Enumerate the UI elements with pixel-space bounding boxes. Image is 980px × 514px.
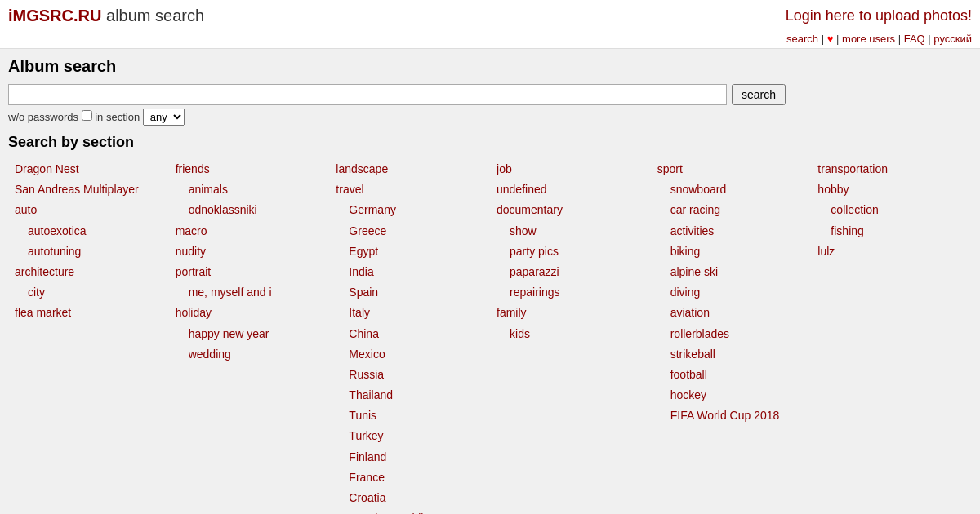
section-link-2-17[interactable]: Czech Republic — [336, 508, 483, 514]
section-link-2-1[interactable]: travel — [336, 179, 483, 200]
nav-russian[interactable]: русский — [933, 33, 972, 45]
section-link-3-3[interactable]: show — [497, 221, 644, 241]
section-link-5-0[interactable]: transportation — [817, 159, 965, 179]
section-link-4-3[interactable]: activities — [657, 221, 805, 241]
section-link-5-4[interactable]: lulz — [817, 241, 965, 262]
in-section-text: in section — [95, 111, 140, 123]
search-options: w/o passwords in section any — [8, 109, 972, 126]
section-link-3-5[interactable]: paparazzi — [497, 262, 644, 282]
nav-faq[interactable]: FAQ — [904, 33, 925, 45]
top-nav: search | ♥ | more users | FAQ | русский — [0, 29, 980, 49]
section-link-0-4[interactable]: autotuning — [15, 241, 163, 262]
section-link-4-4[interactable]: biking — [657, 241, 805, 262]
section-link-0-6[interactable]: city — [15, 282, 163, 303]
section-link-4-9[interactable]: strikeball — [657, 344, 805, 365]
nav-more-users[interactable]: more users — [842, 33, 895, 45]
section-link-3-8[interactable]: kids — [497, 324, 644, 344]
section-col-3: jobundefineddocumentaryshowparty picspap… — [490, 159, 651, 514]
section-link-1-2[interactable]: odnoklassniki — [176, 200, 323, 220]
login-anchor[interactable]: Login here to upload photos! — [786, 7, 972, 24]
section-link-4-10[interactable]: football — [657, 365, 805, 385]
section-link-2-5[interactable]: India — [336, 262, 483, 282]
section-link-4-11[interactable]: hockey — [657, 385, 805, 405]
section-col-2: landscapetravelGermanyGreeceEgyptIndiaSp… — [329, 159, 490, 514]
section-link-2-7[interactable]: Italy — [336, 303, 483, 323]
section-link-2-14[interactable]: Finland — [336, 447, 483, 467]
page-title: Album search — [8, 57, 972, 76]
section-link-1-8[interactable]: happy new year — [176, 324, 323, 344]
section-link-2-16[interactable]: Croatia — [336, 488, 483, 508]
nav-divider2: | — [836, 33, 842, 45]
section-link-4-2[interactable]: car racing — [657, 200, 805, 220]
section-link-4-7[interactable]: aviation — [657, 303, 805, 323]
section-link-2-2[interactable]: Germany — [336, 200, 483, 220]
section-link-1-0[interactable]: friends — [176, 159, 323, 179]
search-input[interactable] — [8, 84, 727, 105]
brand-name: iMGSRC.RU — [8, 7, 101, 24]
section-link-1-3[interactable]: macro — [176, 221, 323, 241]
section-link-0-1[interactable]: San Andreas Multiplayer — [15, 179, 163, 200]
nav-search[interactable]: search — [786, 33, 818, 45]
section-link-0-7[interactable]: flea market — [15, 303, 163, 323]
section-link-2-13[interactable]: Turkey — [336, 426, 483, 446]
section-link-2-11[interactable]: Thailand — [336, 385, 483, 405]
section-col-1: friendsanimalsodnoklassnikimacronuditypo… — [169, 159, 330, 514]
section-col-4: sportsnowboardcar racingactivitiesbiking… — [651, 159, 812, 514]
section-link-3-7[interactable]: family — [497, 303, 644, 323]
section-link-3-2[interactable]: documentary — [497, 200, 644, 220]
section-link-2-12[interactable]: Tunis — [336, 405, 483, 426]
section-link-1-1[interactable]: animals — [176, 179, 323, 200]
section-link-2-10[interactable]: Russia — [336, 365, 483, 385]
section-link-0-5[interactable]: architecture — [15, 262, 163, 282]
title-suffix: album search — [101, 7, 204, 24]
section-col-5: transportationhobbycollectionfishinglulz — [811, 159, 972, 514]
section-col-0: Dragon NestSan Andreas Multiplayerautoau… — [8, 159, 169, 514]
sections-grid: Dragon NestSan Andreas Multiplayerautoau… — [8, 159, 972, 514]
section-link-2-6[interactable]: Spain — [336, 282, 483, 303]
section-link-5-3[interactable]: fishing — [817, 221, 965, 241]
section-link-0-2[interactable]: auto — [15, 200, 163, 220]
section-link-2-4[interactable]: Egypt — [336, 241, 483, 262]
section-link-3-0[interactable]: job — [497, 159, 644, 179]
section-link-5-2[interactable]: collection — [817, 200, 965, 220]
wo-passwords-label: w/o passwords — [8, 111, 78, 123]
section-link-1-4[interactable]: nudity — [176, 241, 323, 262]
section-title: Search by section — [8, 134, 972, 151]
nav-divider3: | — [898, 33, 904, 45]
section-link-2-8[interactable]: China — [336, 324, 483, 344]
section-link-4-6[interactable]: diving — [657, 282, 805, 303]
section-link-2-9[interactable]: Mexico — [336, 344, 483, 365]
section-link-3-6[interactable]: repairings — [497, 282, 644, 303]
heart-icon: ♥ — [827, 33, 834, 45]
wo-passwords-checkbox[interactable] — [82, 110, 92, 121]
section-link-2-0[interactable]: landscape — [336, 159, 483, 179]
search-form: search w/o passwords in section any — [8, 84, 972, 126]
section-link-3-4[interactable]: party pics — [497, 241, 644, 262]
section-link-4-0[interactable]: sport — [657, 159, 805, 179]
section-link-2-15[interactable]: France — [336, 467, 483, 488]
main-content: Album search search w/o passwords in sec… — [0, 49, 980, 514]
section-link-4-5[interactable]: alpine ski — [657, 262, 805, 282]
section-link-5-1[interactable]: hobby — [817, 179, 965, 200]
nav-divider1: | — [822, 33, 827, 45]
section-link-1-7[interactable]: holiday — [176, 303, 323, 323]
section-link-1-5[interactable]: portrait — [176, 262, 323, 282]
section-link-1-6[interactable]: me, myself and i — [176, 282, 323, 303]
section-link-4-12[interactable]: FIFA World Cup 2018 — [657, 405, 805, 426]
section-link-0-0[interactable]: Dragon Nest — [15, 159, 163, 179]
section-link-4-8[interactable]: rollerblades — [657, 324, 805, 344]
section-link-4-1[interactable]: snowboard — [657, 179, 805, 200]
login-link[interactable]: Login here to upload photos! — [786, 7, 972, 24]
section-link-0-3[interactable]: autoexotica — [15, 221, 163, 241]
site-title: iMGSRC.RU album search — [8, 7, 204, 25]
search-button[interactable]: search — [732, 84, 786, 105]
header: iMGSRC.RU album search Login here to upl… — [0, 0, 980, 29]
section-link-2-3[interactable]: Greece — [336, 221, 483, 241]
section-select[interactable]: any — [143, 109, 185, 126]
section-link-3-1[interactable]: undefined — [497, 179, 644, 200]
section-link-1-9[interactable]: wedding — [176, 344, 323, 365]
